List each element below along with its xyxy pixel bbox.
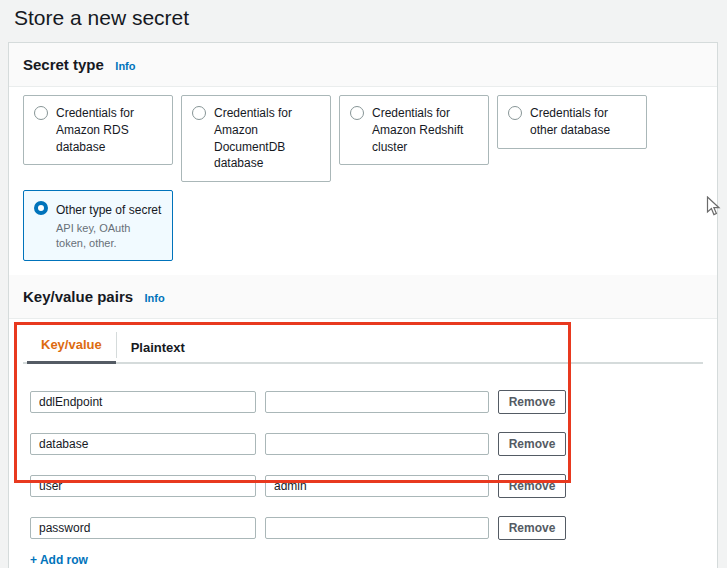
key-value-row: Remove <box>30 432 703 456</box>
radio-unchecked-icon[interactable] <box>34 106 48 120</box>
radio-checked-icon[interactable] <box>34 201 48 215</box>
key-value-row: Remove <box>30 474 703 498</box>
option-label: Other type of secret <box>56 203 161 217</box>
remove-row-button-2[interactable]: Remove <box>498 432 566 456</box>
secret-type-content: Credentials for Amazon RDS database Cred… <box>9 87 717 275</box>
tab-key-value[interactable]: Key/value <box>27 329 116 364</box>
secret-type-heading: Secret type <box>23 56 104 73</box>
key-value-pairs-header: Key/value pairs Info <box>9 275 717 319</box>
value-input-1[interactable] <box>265 391 489 413</box>
option-description: API key, OAuth token, other. <box>56 221 162 251</box>
add-row-link[interactable]: + Add row <box>30 553 88 567</box>
option-label: Credentials for Amazon DocumentDB databa… <box>214 105 320 172</box>
option-redshift-credentials[interactable]: Credentials for Amazon Redshift cluster <box>339 95 489 165</box>
key-value-pairs-content: Key/value Plaintext Remove Remove Remove <box>9 319 717 568</box>
remove-row-button-3[interactable]: Remove <box>498 474 566 498</box>
radio-unchecked-icon[interactable] <box>192 106 206 120</box>
secret-type-options-row: Credentials for Amazon RDS database Cred… <box>23 95 703 182</box>
secret-format-tabs: Key/value Plaintext <box>23 327 703 364</box>
value-input-4[interactable] <box>265 517 489 539</box>
option-rds-credentials[interactable]: Credentials for Amazon RDS database <box>23 95 173 165</box>
tab-plaintext[interactable]: Plaintext <box>117 332 199 364</box>
radio-unchecked-icon[interactable] <box>508 106 522 120</box>
radio-unchecked-icon[interactable] <box>350 106 364 120</box>
remove-row-button-4[interactable]: Remove <box>498 516 566 540</box>
key-value-pairs-info-link[interactable]: Info <box>145 292 165 304</box>
key-value-pairs-heading: Key/value pairs <box>23 288 133 305</box>
key-input-2[interactable] <box>30 433 256 455</box>
store-secret-panel: Secret type Info Credentials for Amazon … <box>8 42 718 568</box>
page-title: Store a new secret <box>14 6 189 30</box>
value-input-3[interactable] <box>265 475 489 497</box>
value-input-2[interactable] <box>265 433 489 455</box>
remove-row-button-1[interactable]: Remove <box>498 390 566 414</box>
key-input-1[interactable] <box>30 391 256 413</box>
option-label: Credentials for other database <box>530 105 636 139</box>
key-input-4[interactable] <box>30 517 256 539</box>
option-other-type-of-secret[interactable]: Other type of secret API key, OAuth toke… <box>23 190 173 260</box>
option-label: Credentials for Amazon Redshift cluster <box>372 105 478 155</box>
option-documentdb-credentials[interactable]: Credentials for Amazon DocumentDB databa… <box>181 95 331 182</box>
secret-type-info-link[interactable]: Info <box>115 60 135 72</box>
key-value-row: Remove <box>30 390 703 414</box>
secret-type-header: Secret type Info <box>9 43 717 87</box>
key-value-rows: Remove Remove Remove Remove <box>30 390 703 540</box>
key-value-row: Remove <box>30 516 703 540</box>
option-label: Credentials for Amazon RDS database <box>56 105 162 155</box>
option-other-database-credentials[interactable]: Credentials for other database <box>497 95 647 149</box>
key-input-3[interactable] <box>30 475 256 497</box>
